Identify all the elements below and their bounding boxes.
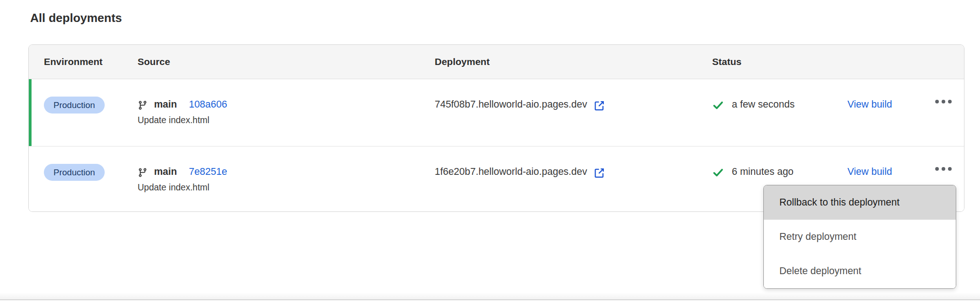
header-environment: Environment: [44, 56, 138, 67]
header-status: Status: [712, 56, 964, 67]
commit-link[interactable]: 108a606: [189, 97, 227, 111]
commit-message: Update index.html: [138, 114, 435, 126]
table-row: Production main 108a606 Update index.htm…: [29, 79, 964, 146]
status-time: 6 minutes ago: [732, 165, 794, 179]
git-branch-icon: [138, 168, 148, 178]
external-link-icon[interactable]: [593, 167, 605, 179]
header-deployment: Deployment: [435, 56, 712, 67]
menu-item-delete[interactable]: Delete deployment: [764, 254, 956, 288]
table-header-row: Environment Source Deployment Status: [29, 45, 964, 79]
branch-name: main: [154, 97, 177, 111]
deployment-url: 745f08b7.helloworld-aio.pages.dev: [435, 97, 587, 111]
environment-badge: Production: [44, 97, 105, 114]
header-source: Source: [138, 56, 435, 67]
deployment-options-menu: Rollback to this deployment Retry deploy…: [763, 185, 956, 289]
branch-name: main: [154, 165, 177, 179]
menu-item-rollback[interactable]: Rollback to this deployment: [764, 185, 956, 220]
view-build-link[interactable]: View build: [847, 97, 892, 111]
commit-message: Update index.html: [138, 181, 435, 194]
status-time: a few seconds: [732, 97, 794, 111]
deployment-options-button[interactable]: [932, 94, 955, 109]
section-divider: [0, 292, 980, 300]
environment-badge: Production: [44, 164, 105, 181]
external-link-icon[interactable]: [593, 100, 605, 112]
menu-item-retry[interactable]: Retry deployment: [764, 220, 956, 254]
deployment-options-button[interactable]: [932, 162, 955, 176]
git-branch-icon: [138, 100, 148, 110]
check-icon: [712, 99, 724, 111]
view-build-link[interactable]: View build: [847, 165, 892, 179]
check-icon: [712, 167, 724, 179]
page-title: All deployments: [30, 11, 122, 25]
commit-link[interactable]: 7e8251e: [189, 165, 227, 179]
deployment-url: 1f6e20b7.helloworld-aio.pages.dev: [435, 165, 587, 179]
